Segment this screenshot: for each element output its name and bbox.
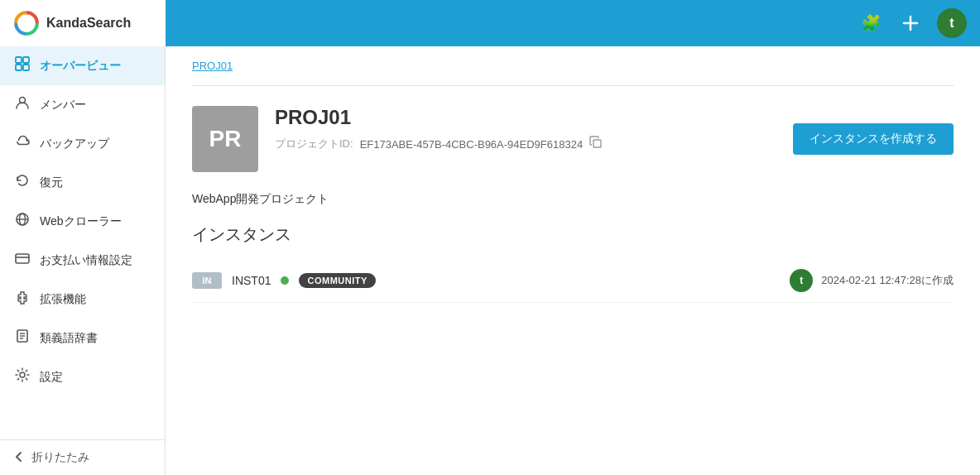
sidebar-item-members-label: メンバー — [40, 98, 86, 113]
sidebar-item-billing[interactable]: お支払い情報設定 — [0, 241, 165, 280]
sidebar-item-settings[interactable]: 設定 — [0, 357, 165, 396]
sidebar-item-thesaurus-label: 類義語辞書 — [40, 331, 98, 346]
topbar: KandaSearch 🧩 t — [0, 0, 980, 46]
svg-rect-18 — [593, 140, 601, 147]
instance-created-at: 2024-02-21 12:47:28に作成 — [821, 273, 954, 288]
sidebar-item-webcrawler-label: Webクローラー — [40, 214, 122, 229]
sidebar-item-backup-label: バックアップ — [40, 137, 109, 151]
project-header: PR PROJ01 プロジェクトID: EF173ABE-457B-4CBC-B… — [192, 106, 954, 172]
logo-area: KandaSearch — [0, 0, 166, 46]
sidebar-item-backup[interactable]: バックアップ — [0, 124, 165, 163]
instance-meta: t 2024-02-21 12:47:28に作成 — [790, 269, 954, 292]
sidebar-item-extensions-label: 拡張機能 — [40, 292, 86, 307]
billing-icon — [13, 251, 31, 270]
restore-icon — [13, 173, 31, 192]
main-layout: オーバービュー メンバー バックアップ 復元 Webクローラー — [0, 46, 980, 475]
topbar-actions: 🧩 t — [858, 8, 967, 38]
breadcrumb[interactable]: PROJ01 — [192, 60, 954, 72]
sidebar-item-thesaurus[interactable]: 類義語辞書 — [0, 319, 165, 357]
puzzle-button[interactable]: 🧩 — [858, 10, 884, 36]
settings-icon — [13, 367, 31, 386]
project-id-row: プロジェクトID: EF173ABE-457B-4CBC-B96A-94ED9F… — [275, 136, 793, 152]
instance-row: IN INST01 COMMUNITY t 2024-02-21 12:47:2… — [192, 259, 954, 303]
sidebar: オーバービュー メンバー バックアップ 復元 Webクローラー — [0, 46, 166, 475]
chevron-left-icon — [13, 451, 25, 465]
app-logo-text: KandaSearch — [46, 16, 131, 31]
project-info: PROJ01 プロジェクトID: EF173ABE-457B-4CBC-B96A… — [275, 106, 793, 152]
user-avatar[interactable]: t — [937, 8, 967, 38]
logo-icon — [13, 10, 40, 36]
sidebar-item-restore[interactable]: 復元 — [0, 163, 165, 202]
collapse-label: 折りたたみ — [31, 450, 89, 465]
svg-point-17 — [20, 372, 25, 377]
project-icon: PR — [192, 106, 258, 172]
svg-rect-11 — [16, 254, 29, 263]
instance-name[interactable]: INST01 — [232, 274, 271, 287]
instances-section-title: インスタンス — [192, 223, 954, 246]
sidebar-bottom: 折りたたみ — [0, 439, 165, 475]
instance-creator-avatar: t — [790, 269, 813, 292]
sidebar-item-webcrawler[interactable]: Webクローラー — [0, 202, 165, 241]
instance-badge: IN — [192, 272, 222, 289]
svg-rect-4 — [23, 57, 29, 63]
svg-rect-3 — [16, 57, 22, 63]
project-description: WebApp開発プロジェクト — [192, 192, 954, 207]
project-name: PROJ01 — [275, 106, 793, 129]
status-dot — [281, 276, 289, 285]
divider — [192, 85, 954, 86]
sidebar-item-overview[interactable]: オーバービュー — [0, 46, 165, 85]
webcrawler-icon — [13, 212, 31, 231]
create-instance-button[interactable]: インスタンスを作成する — [793, 123, 954, 155]
svg-rect-5 — [16, 65, 22, 70]
sidebar-collapse-button[interactable]: 折りたたみ — [0, 440, 165, 475]
backup-icon — [13, 134, 31, 153]
project-id-value: EF173ABE-457B-4CBC-B96A-94ED9F618324 — [360, 138, 584, 151]
sidebar-item-restore-label: 復元 — [40, 175, 63, 190]
plus-button[interactable] — [897, 10, 924, 36]
overview-icon — [13, 56, 31, 75]
members-icon — [13, 95, 31, 114]
community-badge: COMMUNITY — [299, 273, 375, 288]
sidebar-item-overview-label: オーバービュー — [40, 59, 121, 74]
svg-rect-6 — [23, 65, 29, 70]
extensions-icon — [13, 290, 31, 309]
thesaurus-icon — [13, 329, 31, 348]
copy-icon[interactable] — [589, 136, 603, 152]
sidebar-item-settings-label: 設定 — [40, 370, 63, 385]
sidebar-item-extensions[interactable]: 拡張機能 — [0, 280, 165, 319]
project-id-label: プロジェクトID: — [275, 137, 353, 151]
main-content: PROJ01 PR PROJ01 プロジェクトID: EF173ABE-457B… — [166, 46, 980, 475]
sidebar-item-billing-label: お支払い情報設定 — [40, 253, 132, 268]
sidebar-item-members[interactable]: メンバー — [0, 85, 165, 124]
